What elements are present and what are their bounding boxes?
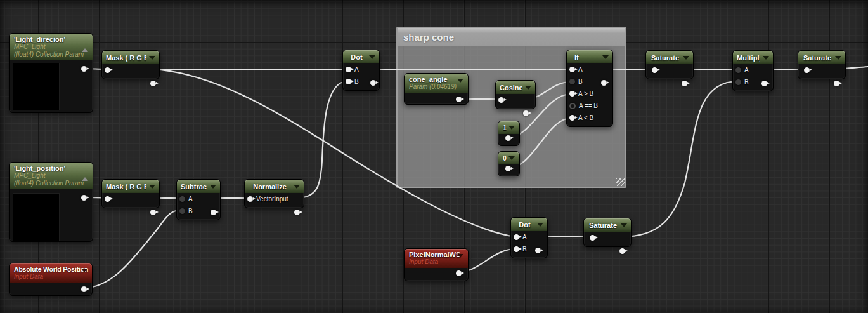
node-normalize[interactable]: Normalize VectorInput <box>244 179 304 208</box>
input-pin-b[interactable] <box>569 79 575 84</box>
node-body <box>584 232 631 246</box>
node-header: cone_angle Param (0.04619) <box>405 74 468 93</box>
node-header: Dot <box>343 50 379 63</box>
comment-title-bar[interactable]: sharp cone <box>398 28 625 46</box>
output-pin[interactable] <box>370 80 376 86</box>
chevron-down-icon[interactable] <box>537 223 543 227</box>
output-pin[interactable] <box>81 66 87 72</box>
comment-title: sharp cone <box>403 32 454 43</box>
input-pin-a[interactable] <box>569 67 575 72</box>
chevron-down-icon[interactable] <box>149 56 155 60</box>
input-pin[interactable] <box>652 67 657 73</box>
output-pin[interactable] <box>601 80 607 86</box>
node-body <box>798 64 845 79</box>
node-absolute-world-position[interactable]: Absolute World Position Input Data <box>9 263 93 296</box>
input-pin[interactable] <box>105 67 110 73</box>
input-pin[interactable] <box>105 196 110 202</box>
output-pin[interactable] <box>150 81 156 86</box>
chevron-down-icon[interactable] <box>210 185 216 189</box>
output-pin[interactable] <box>150 210 156 215</box>
pin-label: A == B <box>579 102 598 109</box>
output-pin[interactable] <box>682 81 687 86</box>
chevron-down-icon[interactable] <box>763 56 769 60</box>
input-pin[interactable] <box>804 67 810 73</box>
node-light-position[interactable]: 'Light_position' MPC_Light (float4) Coll… <box>9 162 93 242</box>
chevron-down-icon[interactable] <box>81 269 87 272</box>
node-dot-1[interactable]: Dot A B <box>342 50 380 91</box>
chevron-down-icon[interactable] <box>149 185 155 189</box>
chevron-down-icon[interactable] <box>835 56 841 60</box>
input-pin-b[interactable] <box>514 246 519 252</box>
output-pin[interactable] <box>81 195 87 201</box>
node-constant-one[interactable]: 1 <box>498 121 520 146</box>
node-header: Mask ( R G B ) <box>102 51 159 64</box>
graph-canvas[interactable]: sharp cone 'Light_direcion' MPC_Light (f… <box>0 0 868 313</box>
input-pin-a-equals-b[interactable] <box>569 103 576 109</box>
chevron-down-icon[interactable] <box>602 55 609 59</box>
node-subtract[interactable]: Subtract A B <box>176 179 221 220</box>
output-pin[interactable] <box>523 110 529 116</box>
input-pin[interactable] <box>590 235 595 241</box>
node-cone-angle[interactable]: cone_angle Param (0.04619) <box>404 73 469 105</box>
node-pixel-normal-ws[interactable]: PixelNormalWS Input Data <box>404 248 469 281</box>
input-pin-a-greater-b[interactable] <box>569 91 575 97</box>
node-multiply[interactable]: Multiply A B <box>732 50 774 91</box>
node-light-direction[interactable]: 'Light_direcion' MPC_Light (float4) Coll… <box>9 33 93 113</box>
chevron-down-icon[interactable] <box>457 79 463 83</box>
collapse-arrow-icon[interactable] <box>82 48 88 52</box>
node-saturate-2[interactable]: Saturate <box>798 50 846 79</box>
chevron-down-icon[interactable] <box>508 156 515 160</box>
output-pin[interactable] <box>535 248 541 253</box>
node-dot-2[interactable]: Dot A B <box>510 217 548 258</box>
input-pin-a[interactable] <box>346 67 351 72</box>
input-pin-a[interactable] <box>514 234 519 240</box>
chevron-down-icon[interactable] <box>683 56 689 60</box>
output-pin[interactable] <box>834 81 839 86</box>
input-pin[interactable] <box>498 97 504 103</box>
node-if[interactable]: If A B A > B A == B A < B <box>566 50 613 127</box>
output-pin[interactable] <box>505 166 511 171</box>
output-pin[interactable] <box>505 135 511 141</box>
node-saturate-3[interactable]: Saturate <box>583 218 632 247</box>
chevron-down-icon[interactable] <box>525 86 531 90</box>
node-title: Normalize <box>249 183 291 190</box>
resize-handle-icon[interactable] <box>616 178 625 186</box>
output-pin[interactable] <box>619 248 625 254</box>
input-pin-b[interactable] <box>735 79 741 85</box>
output-pin[interactable] <box>211 210 216 215</box>
input-pin-a[interactable] <box>735 67 741 73</box>
node-mask-rgb-1[interactable]: Mask ( R G B ) <box>101 50 160 79</box>
output-pin[interactable] <box>456 270 462 276</box>
wire-saturate3-to-multiply-b[interactable] <box>621 81 737 237</box>
node-header: Saturate <box>584 218 631 232</box>
input-pin-b[interactable] <box>346 79 351 84</box>
chevron-down-icon[interactable] <box>508 126 515 130</box>
chevron-down-icon[interactable] <box>369 55 375 59</box>
chevron-down-icon[interactable] <box>294 185 300 189</box>
pin-label: A < B <box>578 114 593 121</box>
output-pin[interactable] <box>81 286 87 292</box>
node-mask-rgb-2[interactable]: Mask ( R G B ) <box>101 179 160 208</box>
node-subtitle: MPC_Light <box>14 172 88 180</box>
input-pin-a-less-b[interactable] <box>569 115 575 121</box>
node-title: 'Light_position' <box>14 164 88 172</box>
input-pin-vector[interactable] <box>247 196 253 202</box>
node-saturate-1[interactable]: Saturate <box>645 50 694 79</box>
node-body <box>496 94 535 109</box>
node-cosine[interactable]: Cosine <box>495 80 536 109</box>
output-pin[interactable] <box>294 210 300 215</box>
output-pin[interactable] <box>761 81 767 86</box>
input-pin-b[interactable] <box>179 208 185 214</box>
node-subtitle: MPC_Light <box>14 43 88 51</box>
input-pin-a[interactable] <box>179 196 185 202</box>
pin-label: B <box>578 78 583 85</box>
output-pin[interactable] <box>456 97 462 102</box>
collapse-arrow-icon[interactable] <box>82 177 88 181</box>
node-subtitle: Input Data <box>14 273 87 281</box>
chevron-down-icon[interactable] <box>621 223 627 227</box>
pin-label: B <box>354 78 359 85</box>
chevron-down-icon[interactable] <box>457 254 463 258</box>
node-constant-zero[interactable]: 0 <box>498 151 520 176</box>
wire-awp-to-subtract-b[interactable] <box>84 210 181 288</box>
pin-label: B <box>188 208 193 215</box>
